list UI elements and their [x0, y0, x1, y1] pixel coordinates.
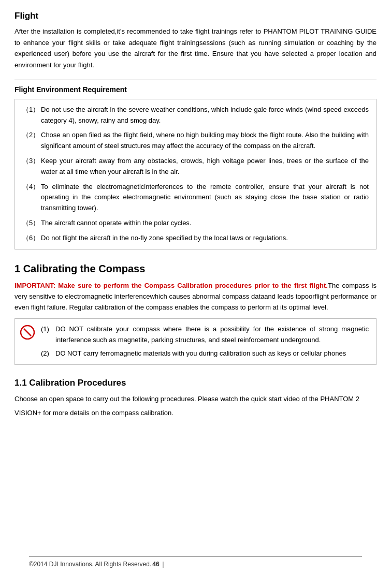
req-number: （5）	[22, 218, 41, 228]
requirements-box: （1） Do not use the aircraft in the sever…	[15, 99, 376, 249]
req-item: （3） Keep your aircraft away from any obs…	[22, 156, 369, 178]
page-wrapper: Flight After the installation is complet…	[15, 9, 376, 579]
page-separator: ｜	[160, 560, 166, 569]
page-footer: ©2014 DJI Innovations. All Rights Reserv…	[29, 556, 362, 569]
caution-number: (1)	[41, 324, 55, 334]
req-text: Keep your aircraft away from any obstacl…	[41, 156, 369, 178]
caution-text: DO NOT carry ferromagnetic materials wit…	[55, 348, 346, 359]
req-text: Do not use the aircraft in the severe we…	[41, 105, 369, 126]
important-paragraph: IMPORTANT: Make sure to perform the Comp…	[15, 280, 376, 313]
important-red-text: IMPORTANT: Make sure to perform the Comp…	[15, 282, 328, 289]
req-number: （4）	[22, 182, 41, 192]
req-number: （6）	[22, 233, 41, 243]
req-text: Chose an open filed as the flight field,…	[41, 130, 369, 152]
calibration-proc-heading: 1.1 Calibration Procedures	[15, 376, 376, 390]
page-title: Flight	[15, 9, 376, 23]
calibrate-heading: 1 Calibrating the Compass	[15, 261, 376, 277]
req-item: （6） Do not flight the aircraft in the no…	[22, 233, 369, 244]
req-number: （1）	[22, 105, 41, 115]
req-item: （5） The aircraft cannot operate within t…	[22, 218, 369, 229]
intro-paragraph: After the installation is completed,it's…	[15, 26, 376, 70]
copyright-text: ©2014 DJI Innovations. All Rights Reserv…	[29, 560, 151, 569]
calibration-proc-text2: VISION+ for more details on the compass …	[15, 407, 376, 418]
page-number: 46	[152, 560, 159, 569]
req-number: （2）	[22, 130, 41, 140]
req-item: （2） Chose an open filed as the flight fi…	[22, 130, 369, 152]
req-text: To eliminate the electromagneticinterfer…	[41, 182, 369, 214]
caution-text: DO NOT calibrate your compass where ther…	[55, 324, 369, 346]
section-divider-1	[15, 80, 376, 80]
caution-item: (2) DO NOT carry ferromagnetic materials…	[41, 348, 369, 359]
no-icon	[20, 325, 35, 340]
caution-item: (1) DO NOT calibrate your compass where …	[41, 324, 369, 346]
req-item: （4） To eliminate the electromagneticinte…	[22, 182, 369, 214]
req-text: Do not flight the aircraft in the no-fly…	[41, 233, 288, 244]
caution-number: (2)	[41, 348, 55, 359]
req-item: （1） Do not use the aircraft in the sever…	[22, 105, 369, 126]
calibration-proc-text1: Choose an open space to carry out the fo…	[15, 393, 376, 404]
flight-env-heading: Flight Environment Requirement	[15, 84, 376, 96]
req-text: The aircraft cannot operate within the p…	[41, 218, 191, 229]
req-number: （3）	[22, 156, 41, 166]
footer-content: ©2014 DJI Innovations. All Rights Reserv…	[29, 560, 362, 569]
caution-box: (1) DO NOT calibrate your compass where …	[15, 318, 376, 365]
